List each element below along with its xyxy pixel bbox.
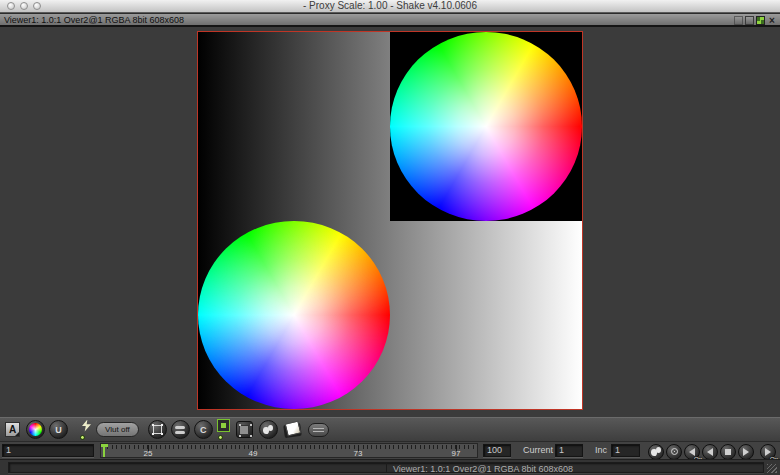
window-titlebar[interactable]: - Proxy Scale: 1.00 - Shake v4.10.0606: [0, 0, 780, 13]
update-button[interactable]: U: [49, 420, 68, 439]
close-window-icon[interactable]: [7, 2, 15, 10]
compare-split-button[interactable]: [171, 420, 190, 439]
viewer-render-icon[interactable]: [756, 16, 765, 25]
compare-c-button[interactable]: C: [194, 420, 213, 439]
broadcast-button[interactable]: [666, 444, 682, 460]
ruler-label-25: 25: [144, 449, 153, 458]
transport-controls: On On: [648, 443, 776, 460]
current-frame-label: Current: [523, 445, 553, 455]
viewer-close-icon[interactable]: ×: [767, 16, 777, 25]
viewer-toolbar: A U Vlut off C: [0, 417, 780, 441]
playhead[interactable]: [103, 444, 105, 457]
render-flash-control[interactable]: [80, 420, 93, 440]
ruler-label-73: 73: [354, 449, 363, 458]
status-divider: [386, 463, 387, 472]
stop-button[interactable]: [720, 444, 736, 460]
color-wheel-icon: [29, 423, 42, 436]
roi-button[interactable]: [236, 421, 253, 438]
pixel-analyzer-button[interactable]: [259, 420, 278, 439]
current-frame-field[interactable]: 1: [555, 444, 583, 457]
play-forward-button[interactable]: On: [760, 444, 776, 460]
colorwheel-image-top-right: [390, 32, 582, 221]
flipbook-icon: [651, 447, 661, 456]
viewer-tab[interactable]: Viewer1: 1.0:1 Over2@1 RGBA 8bit 608x608: [0, 15, 184, 25]
play-reverse-button[interactable]: On: [684, 444, 700, 460]
play-reverse-icon: [689, 448, 695, 456]
increment-label: Inc: [595, 445, 607, 455]
viewer-tab-bar: Viewer1: 1.0:1 Over2@1 RGBA 8bit 608x608…: [0, 13, 780, 27]
viewer-lock-icon[interactable]: [734, 16, 743, 25]
page-icon: [284, 420, 301, 436]
step-back-icon: [707, 448, 713, 456]
step-back-button[interactable]: [702, 444, 718, 460]
window-title: - Proxy Scale: 1.00 - Shake v4.10.0606: [0, 0, 780, 12]
viewer-canvas[interactable]: [0, 27, 780, 417]
ruler-label-97: 97: [452, 449, 461, 458]
frame-corners-icon: [153, 425, 162, 434]
increment-field[interactable]: 1: [611, 444, 640, 457]
green-checkbox-icon: [217, 419, 230, 432]
traffic-lights: [7, 2, 41, 10]
ruler-ticks: [103, 445, 475, 449]
color-wheel-top-right: [390, 32, 582, 221]
split-bars-icon: [175, 426, 185, 434]
float-viewer-button[interactable]: [282, 421, 304, 439]
resize-grip-icon[interactable]: [767, 464, 777, 473]
menu-lines-icon: [313, 428, 324, 429]
colorwheel-image-bottom-left: [198, 221, 390, 410]
step-forward-button[interactable]: [738, 444, 754, 460]
broadcast-icon: [671, 448, 678, 455]
viewer-script-button[interactable]: [308, 423, 329, 437]
zoom-window-icon[interactable]: [33, 2, 41, 10]
step-forward-icon: [743, 448, 749, 456]
timeline-ruler[interactable]: 25 49 73 97: [100, 443, 478, 458]
vlut-toggle-button[interactable]: Vlut off: [96, 422, 139, 437]
flipbook-button[interactable]: [648, 444, 664, 460]
start-frame-field[interactable]: 1: [2, 444, 94, 457]
play-forward-icon: [765, 448, 771, 456]
viewer-detach-icon[interactable]: [745, 16, 754, 25]
minimize-window-icon[interactable]: [20, 2, 28, 10]
blob-icon: [263, 425, 273, 434]
status-bar: Viewer1: 1.0:1 Over2@1 RGBA 8bit 608x608: [0, 459, 780, 475]
stop-icon: [725, 449, 731, 455]
ruler-label-49: 49: [249, 449, 258, 458]
channel-a-button[interactable]: A: [5, 422, 20, 437]
green-led-icon: [80, 435, 85, 440]
end-frame-field[interactable]: 100: [483, 444, 511, 457]
dod-frame-button[interactable]: [148, 420, 167, 439]
update-toggle-control[interactable]: [217, 419, 232, 440]
status-viewer-info: Viewer1: 1.0:1 Over2@1 RGBA 8bit 608x608: [393, 464, 573, 474]
viewer-image[interactable]: [197, 31, 583, 410]
viewer-tab-controls: ×: [734, 15, 777, 25]
view-channels-button[interactable]: [26, 420, 45, 439]
status-field: Viewer1: 1.0:1 Over2@1 RGBA 8bit 608x608: [8, 462, 764, 473]
green-led-icon: [218, 435, 223, 440]
color-wheel-bottom-left: [198, 221, 390, 410]
lightning-icon: [82, 420, 91, 432]
roi-box-icon: [240, 426, 248, 434]
time-bar: 1 25 49 73 97 100 Current 1 Inc 1 On: [0, 441, 780, 459]
